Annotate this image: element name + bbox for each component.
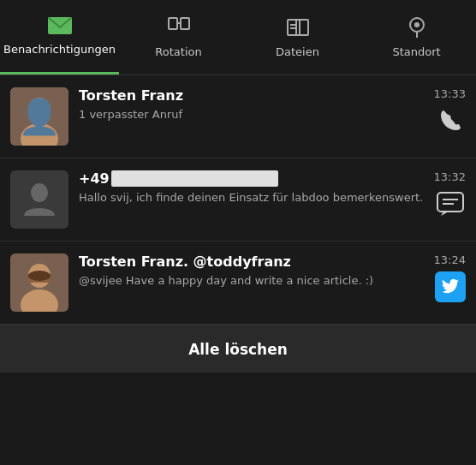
svg-point-24 <box>28 271 51 281</box>
notification-body-3: @svijee Have a happy day and write a nic… <box>79 273 424 289</box>
top-navigation: Benachrichtigungen Rotation Dateien <box>0 0 476 75</box>
location-icon <box>408 16 426 42</box>
svg-rect-5 <box>296 20 308 35</box>
notification-item-3[interactable]: Torsten Franz. @toddyfranz @svijee Have … <box>0 241 476 325</box>
clear-button-label: Alle löschen <box>188 341 288 358</box>
phone-icon <box>435 105 466 136</box>
svg-rect-14 <box>28 108 51 116</box>
svg-point-12 <box>28 98 51 122</box>
notification-item-1[interactable]: Torsten Franz 1 verpasster Anruf 13:33 <box>0 75 476 158</box>
nav-label-files: Dateien <box>276 45 319 58</box>
notification-body-2: Hallo svij, ich finde deinen Einsatz für… <box>79 190 424 206</box>
svg-rect-17 <box>437 193 463 212</box>
notification-title-3: Torsten Franz. @toddyfranz <box>79 253 424 270</box>
avatar-placeholder-2 <box>10 170 68 229</box>
sms-icon <box>435 188 466 219</box>
nav-label-notifications: Benachrichtigungen <box>3 43 116 56</box>
twitter-icon <box>435 271 466 302</box>
notification-content-3: Torsten Franz. @toddyfranz @svijee Have … <box>79 253 424 289</box>
nav-item-location[interactable]: Standort <box>357 0 476 75</box>
redacted-phone <box>111 170 278 187</box>
notification-title-1: Torsten Franz <box>79 87 424 104</box>
notification-content-1: Torsten Franz 1 verpasster Anruf <box>79 87 424 122</box>
notification-time-3: 13:24 <box>434 253 466 266</box>
svg-point-9 <box>414 22 419 27</box>
nav-item-notifications[interactable]: Benachrichtigungen <box>0 0 119 75</box>
files-icon <box>287 16 309 42</box>
notification-body-1: 1 verpasster Anruf <box>79 107 424 122</box>
svg-rect-2 <box>181 18 189 29</box>
svg-rect-1 <box>169 18 177 29</box>
nav-label-rotation: Rotation <box>155 45 201 58</box>
avatar-torsten-1 <box>10 87 68 146</box>
svg-point-15 <box>28 104 51 115</box>
nav-label-location: Standort <box>392 45 440 58</box>
notification-meta-2: 13:32 <box>434 170 466 219</box>
notification-list: Torsten Franz 1 verpasster Anruf 13:33 +… <box>0 75 476 325</box>
avatar-torsten-3 <box>10 253 68 312</box>
notification-meta-1: 13:33 <box>434 87 466 136</box>
notification-title-2: +49 <box>79 170 424 187</box>
svg-point-16 <box>31 183 48 202</box>
notification-content-2: +49 Hallo svij, ich finde deinen Einsatz… <box>79 170 424 206</box>
svg-point-13 <box>21 123 58 146</box>
clear-all-button[interactable]: Alle löschen <box>0 325 476 373</box>
notification-time-1: 13:33 <box>434 87 466 100</box>
notification-time-2: 13:32 <box>434 170 466 183</box>
rotation-icon <box>167 16 191 42</box>
notification-item-2[interactable]: +49 Hallo svij, ich finde deinen Einsatz… <box>0 158 476 241</box>
notifications-icon <box>48 17 72 39</box>
nav-item-rotation[interactable]: Rotation <box>119 0 238 75</box>
notification-meta-3: 13:24 <box>434 253 466 302</box>
nav-item-files[interactable]: Dateien <box>238 0 357 75</box>
